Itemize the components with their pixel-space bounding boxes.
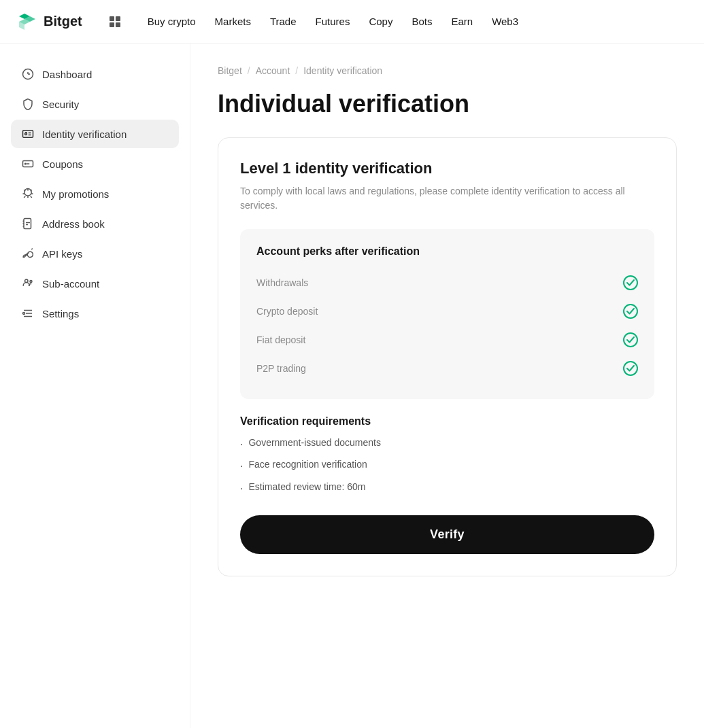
breadcrumb-identity: Identity verification	[303, 65, 382, 76]
sidebar-label-coupons: Coupons	[42, 158, 83, 170]
sidebar-item-my-promotions[interactable]: My promotions	[11, 179, 179, 208]
perk-fiat-deposit: Fiat deposit	[256, 326, 638, 354]
requirements-title: Verification requirements	[240, 415, 654, 428]
check-icon-crypto-deposit	[623, 304, 638, 319]
req-item-2: · Estimated review time: 60m	[240, 481, 654, 496]
sidebar-item-dashboard[interactable]: Dashboard	[11, 60, 179, 88]
nav-futures[interactable]: Futures	[316, 16, 350, 27]
req-label-0: Government-issued documents	[248, 437, 381, 448]
logo[interactable]: Bitget	[16, 11, 82, 33]
svg-point-25	[23, 313, 25, 315]
top-navigation: Bitget Buy crypto Markets Trade Futures …	[0, 0, 704, 44]
check-icon-withdrawals	[623, 275, 638, 290]
sidebar-item-coupons[interactable]: Coupons	[11, 150, 179, 178]
breadcrumb-account: Account	[256, 65, 290, 76]
sidebar-item-sub-account[interactable]: Sub-account	[11, 269, 179, 298]
sidebar-item-settings[interactable]: Settings	[11, 299, 179, 328]
verification-card: Level 1 identity verification To comply …	[218, 137, 677, 576]
sidebar-label-identity: Identity verification	[42, 128, 127, 140]
svg-rect-1	[116, 16, 120, 21]
nav-copy[interactable]: Copy	[369, 16, 392, 27]
perks-box: Account perks after verification Withdra…	[240, 229, 654, 399]
svg-rect-0	[110, 16, 114, 21]
main-content: Bitget / Account / Identity verification…	[190, 44, 704, 728]
sidebar-label-security: Security	[42, 99, 79, 110]
sidebar-label-address-book: Address book	[42, 218, 105, 230]
nav-bots[interactable]: Bots	[412, 16, 432, 27]
perk-withdrawals: Withdrawals	[256, 268, 638, 297]
sidebar-item-api-keys[interactable]: API keys	[11, 239, 179, 268]
card-title: Level 1 identity verification	[240, 160, 654, 177]
nav-buy-crypto[interactable]: Buy crypto	[148, 16, 196, 27]
perk-label-withdrawals: Withdrawals	[256, 277, 308, 288]
sidebar-label-settings: Settings	[42, 308, 79, 319]
verify-button[interactable]: Verify	[240, 515, 654, 554]
sidebar-label-sub-account: Sub-account	[42, 278, 99, 290]
perks-title: Account perks after verification	[256, 245, 638, 258]
perk-label-crypto-deposit: Crypto deposit	[256, 306, 318, 317]
nav-earn[interactable]: Earn	[451, 16, 473, 27]
perk-p2p-trading: P2P trading	[256, 354, 638, 383]
sidebar-item-identity-verification[interactable]: Identity verification	[11, 120, 179, 148]
perk-crypto-deposit: Crypto deposit	[256, 297, 638, 326]
sidebar-label-promotions: My promotions	[42, 188, 109, 200]
req-item-1: · Face recognition verification	[240, 459, 654, 474]
card-description: To comply with local laws and regulation…	[240, 184, 654, 213]
check-icon-fiat-deposit	[623, 332, 638, 347]
req-item-0: · Government-issued documents	[240, 437, 654, 452]
svg-rect-3	[116, 22, 120, 27]
svg-point-9	[25, 133, 27, 135]
sidebar-item-address-book[interactable]: Address book	[11, 209, 179, 238]
sidebar: Dashboard Security Identity verification…	[0, 44, 190, 728]
check-icon-p2p-trading	[623, 361, 638, 376]
page-layout: Dashboard Security Identity verification…	[0, 44, 704, 728]
nav-web3[interactable]: Web3	[492, 16, 518, 27]
svg-rect-2	[110, 22, 114, 27]
svg-point-13	[25, 163, 27, 164]
page-title: Individual verification	[218, 90, 677, 118]
req-label-1: Face recognition verification	[248, 459, 367, 470]
sidebar-label-api-keys: API keys	[42, 248, 82, 260]
grid-icon[interactable]	[104, 11, 126, 33]
sidebar-item-security[interactable]: Security	[11, 90, 179, 118]
req-label-2: Estimated review time: 60m	[248, 481, 365, 492]
breadcrumb-bitget: Bitget	[218, 65, 242, 76]
nav-links: Buy crypto Markets Trade Futures Copy Bo…	[148, 16, 518, 28]
svg-point-21	[30, 281, 32, 283]
breadcrumb: Bitget / Account / Identity verification	[218, 65, 677, 76]
nav-markets[interactable]: Markets	[215, 16, 251, 27]
perk-label-p2p-trading: P2P trading	[256, 363, 306, 374]
requirements-section: Verification requirements · Government-i…	[240, 415, 654, 496]
sidebar-label-dashboard: Dashboard	[42, 69, 92, 80]
nav-trade[interactable]: Trade	[270, 16, 297, 27]
svg-rect-14	[24, 219, 31, 229]
perk-label-fiat-deposit: Fiat deposit	[256, 334, 305, 345]
